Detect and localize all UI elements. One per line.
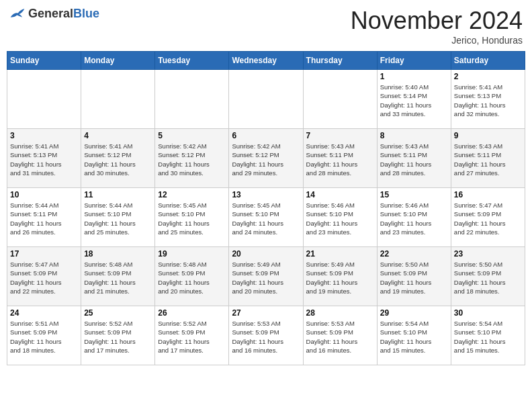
day-number: 7 xyxy=(306,131,374,140)
day-number: 20 xyxy=(232,249,300,259)
day-number: 19 xyxy=(158,249,226,259)
day-number: 3 xyxy=(10,131,78,140)
page-header: GeneralBlue November 2024 Jerico, Hondur… xyxy=(7,7,525,46)
column-header-monday: Monday xyxy=(81,52,155,70)
day-info: Sunrise: 5:48 AM Sunset: 5:09 PM Dayligh… xyxy=(158,260,226,295)
day-info: Sunrise: 5:45 AM Sunset: 5:10 PM Dayligh… xyxy=(158,201,226,236)
day-info: Sunrise: 5:53 AM Sunset: 5:09 PM Dayligh… xyxy=(232,319,300,355)
logo-icon xyxy=(9,7,26,21)
day-cell: 17Sunrise: 5:47 AM Sunset: 5:09 PM Dayli… xyxy=(7,247,81,306)
day-info: Sunrise: 5:40 AM Sunset: 5:14 PM Dayligh… xyxy=(380,83,448,118)
day-cell: 23Sunrise: 5:50 AM Sunset: 5:09 PM Dayli… xyxy=(451,247,525,306)
day-info: Sunrise: 5:43 AM Sunset: 5:11 PM Dayligh… xyxy=(454,142,522,177)
day-cell: 16Sunrise: 5:47 AM Sunset: 5:09 PM Dayli… xyxy=(451,188,525,247)
day-info: Sunrise: 5:45 AM Sunset: 5:10 PM Dayligh… xyxy=(232,201,300,236)
day-cell: 8Sunrise: 5:43 AM Sunset: 5:11 PM Daylig… xyxy=(377,129,451,188)
day-info: Sunrise: 5:50 AM Sunset: 5:09 PM Dayligh… xyxy=(380,260,448,295)
day-number: 23 xyxy=(454,249,522,259)
calendar-table: SundayMondayTuesdayWednesdayThursdayFrid… xyxy=(7,51,525,365)
day-info: Sunrise: 5:43 AM Sunset: 5:11 PM Dayligh… xyxy=(306,142,374,177)
day-number: 1 xyxy=(380,72,448,81)
day-cell: 18Sunrise: 5:48 AM Sunset: 5:09 PM Dayli… xyxy=(81,247,155,306)
day-number: 14 xyxy=(306,190,374,199)
day-number: 2 xyxy=(454,72,522,81)
day-info: Sunrise: 5:52 AM Sunset: 5:09 PM Dayligh… xyxy=(158,319,226,355)
day-info: Sunrise: 5:41 AM Sunset: 5:13 PM Dayligh… xyxy=(454,83,522,118)
day-info: Sunrise: 5:46 AM Sunset: 5:10 PM Dayligh… xyxy=(306,201,374,236)
day-info: Sunrise: 5:48 AM Sunset: 5:09 PM Dayligh… xyxy=(84,260,152,295)
logo: GeneralBlue xyxy=(9,7,99,21)
day-info: Sunrise: 5:43 AM Sunset: 5:11 PM Dayligh… xyxy=(380,142,448,177)
day-number: 6 xyxy=(232,131,300,140)
day-info: Sunrise: 5:41 AM Sunset: 5:13 PM Dayligh… xyxy=(10,142,78,177)
column-header-tuesday: Tuesday xyxy=(155,52,229,70)
day-cell xyxy=(155,70,229,129)
day-number: 26 xyxy=(158,308,226,318)
day-cell: 30Sunrise: 5:54 AM Sunset: 5:10 PM Dayli… xyxy=(451,306,525,365)
day-info: Sunrise: 5:54 AM Sunset: 5:10 PM Dayligh… xyxy=(380,319,448,355)
day-cell: 27Sunrise: 5:53 AM Sunset: 5:09 PM Dayli… xyxy=(229,306,303,365)
location-subtitle: Jerico, Honduras xyxy=(351,35,523,46)
day-number: 28 xyxy=(306,308,374,318)
day-cell: 9Sunrise: 5:43 AM Sunset: 5:11 PM Daylig… xyxy=(451,129,525,188)
week-row-4: 17Sunrise: 5:47 AM Sunset: 5:09 PM Dayli… xyxy=(7,247,525,306)
day-cell xyxy=(229,70,303,129)
column-header-sunday: Sunday xyxy=(7,52,81,70)
title-block: November 2024 Jerico, Honduras xyxy=(351,7,523,46)
header-row: SundayMondayTuesdayWednesdayThursdayFrid… xyxy=(7,52,525,70)
day-cell xyxy=(303,70,377,129)
day-info: Sunrise: 5:51 AM Sunset: 5:09 PM Dayligh… xyxy=(10,319,78,355)
day-cell: 14Sunrise: 5:46 AM Sunset: 5:10 PM Dayli… xyxy=(303,188,377,247)
week-row-5: 24Sunrise: 5:51 AM Sunset: 5:09 PM Dayli… xyxy=(7,306,525,365)
day-number: 27 xyxy=(232,308,300,318)
day-cell: 10Sunrise: 5:44 AM Sunset: 5:11 PM Dayli… xyxy=(7,188,81,247)
day-info: Sunrise: 5:46 AM Sunset: 5:10 PM Dayligh… xyxy=(380,201,448,236)
logo-general-text: General xyxy=(28,7,73,20)
day-cell xyxy=(81,70,155,129)
day-info: Sunrise: 5:41 AM Sunset: 5:12 PM Dayligh… xyxy=(84,142,152,177)
day-cell: 12Sunrise: 5:45 AM Sunset: 5:10 PM Dayli… xyxy=(155,188,229,247)
day-cell: 11Sunrise: 5:44 AM Sunset: 5:10 PM Dayli… xyxy=(81,188,155,247)
day-cell: 4Sunrise: 5:41 AM Sunset: 5:12 PM Daylig… xyxy=(81,129,155,188)
day-number: 25 xyxy=(84,308,152,318)
day-cell: 20Sunrise: 5:49 AM Sunset: 5:09 PM Dayli… xyxy=(229,247,303,306)
day-number: 4 xyxy=(84,131,152,140)
day-cell: 3Sunrise: 5:41 AM Sunset: 5:13 PM Daylig… xyxy=(7,129,81,188)
day-cell xyxy=(7,70,81,129)
day-info: Sunrise: 5:52 AM Sunset: 5:09 PM Dayligh… xyxy=(84,319,152,355)
day-number: 17 xyxy=(10,249,78,259)
day-number: 5 xyxy=(158,131,226,140)
day-number: 16 xyxy=(454,190,522,199)
day-number: 24 xyxy=(10,308,78,318)
day-number: 9 xyxy=(454,131,522,140)
day-info: Sunrise: 5:44 AM Sunset: 5:11 PM Dayligh… xyxy=(10,201,78,236)
day-cell: 13Sunrise: 5:45 AM Sunset: 5:10 PM Dayli… xyxy=(229,188,303,247)
day-info: Sunrise: 5:54 AM Sunset: 5:10 PM Dayligh… xyxy=(454,319,522,355)
day-number: 21 xyxy=(306,249,374,259)
column-header-wednesday: Wednesday xyxy=(229,52,303,70)
week-row-2: 3Sunrise: 5:41 AM Sunset: 5:13 PM Daylig… xyxy=(7,129,525,188)
day-cell: 25Sunrise: 5:52 AM Sunset: 5:09 PM Dayli… xyxy=(81,306,155,365)
day-number: 29 xyxy=(380,308,448,318)
column-header-thursday: Thursday xyxy=(303,52,377,70)
day-cell: 24Sunrise: 5:51 AM Sunset: 5:09 PM Dayli… xyxy=(7,306,81,365)
day-cell: 2Sunrise: 5:41 AM Sunset: 5:13 PM Daylig… xyxy=(451,70,525,129)
day-cell: 7Sunrise: 5:43 AM Sunset: 5:11 PM Daylig… xyxy=(303,129,377,188)
day-number: 15 xyxy=(380,190,448,199)
day-info: Sunrise: 5:47 AM Sunset: 5:09 PM Dayligh… xyxy=(454,201,522,236)
day-info: Sunrise: 5:53 AM Sunset: 5:09 PM Dayligh… xyxy=(306,319,374,355)
day-number: 22 xyxy=(380,249,448,259)
day-number: 30 xyxy=(454,308,522,318)
day-number: 8 xyxy=(380,131,448,140)
logo-blue-text: Blue xyxy=(73,7,99,20)
day-info: Sunrise: 5:49 AM Sunset: 5:09 PM Dayligh… xyxy=(232,260,300,295)
day-info: Sunrise: 5:42 AM Sunset: 5:12 PM Dayligh… xyxy=(232,142,300,177)
day-cell: 5Sunrise: 5:42 AM Sunset: 5:12 PM Daylig… xyxy=(155,129,229,188)
day-cell: 22Sunrise: 5:50 AM Sunset: 5:09 PM Dayli… xyxy=(377,247,451,306)
day-cell: 6Sunrise: 5:42 AM Sunset: 5:12 PM Daylig… xyxy=(229,129,303,188)
day-number: 18 xyxy=(84,249,152,259)
calendar-header: SundayMondayTuesdayWednesdayThursdayFrid… xyxy=(7,52,525,70)
calendar-body: 1Sunrise: 5:40 AM Sunset: 5:14 PM Daylig… xyxy=(7,70,525,365)
day-number: 10 xyxy=(10,190,78,199)
day-info: Sunrise: 5:49 AM Sunset: 5:09 PM Dayligh… xyxy=(306,260,374,295)
